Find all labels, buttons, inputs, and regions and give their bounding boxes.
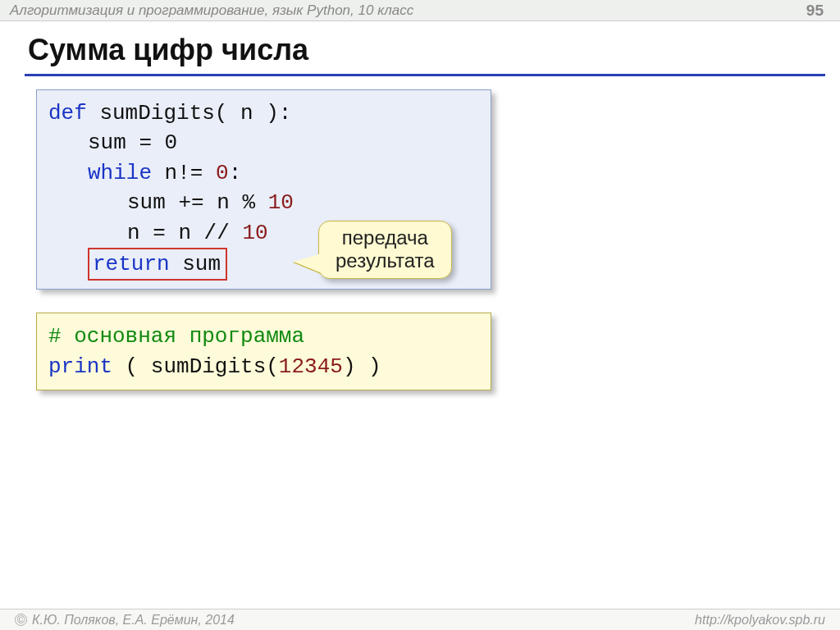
func-call: sumDigits( [151,354,279,379]
stmt-sum-init: sum = 0 [88,130,177,155]
keyword-print: print [48,354,112,379]
slide-title: Сумма цифр числа [28,33,840,67]
inner-close: ) [343,354,356,379]
literal-ten-2: 10 [242,221,267,245]
code-line-3: while n!= 0: [48,158,476,188]
literal-ten-1: 10 [268,190,294,215]
return-highlight-box: return sum [88,248,227,281]
copyright-icon: © [15,614,27,626]
paren-open: ( [112,354,151,379]
footer-url: http://kpolyakov.spb.ru [695,613,825,628]
footer-left: © К.Ю. Поляков, Е.А. Ерёмин, 2014 [15,613,235,628]
colon: : [229,161,242,185]
stmt-n-div: n = n // [127,221,242,245]
stmt-sum-add: sum += n % [127,190,268,215]
outer-close: ) [355,354,381,379]
code-panel-main: # основная программа print ( sumDigits(1… [36,313,491,390]
while-cond: n!= [152,161,216,185]
callout-line-1: передача [336,226,435,249]
callout-bubble: передача результата [318,221,452,279]
footer-bar: © К.Ю. Поляков, Е.А. Ерёмин, 2014 http:/… [0,609,840,630]
return-value: sum [170,252,221,276]
literal-arg: 12345 [279,354,343,379]
literal-zero: 0 [216,161,229,185]
header-bar: Алгоритмизация и программирование, язык … [0,0,840,21]
course-title: Алгоритмизация и программирование, язык … [10,2,413,19]
keyword-while: while [88,161,152,185]
callout-line-2: результата [336,249,435,272]
code-line-2: sum = 0 [48,128,476,158]
content-area: def sumDigits( n ): sum = 0 while n!= 0:… [0,76,840,390]
callout-tail [294,253,322,273]
func-signature: sumDigits( n ): [87,101,292,126]
code-line-4: sum += n % 10 [48,188,476,217]
code-line-1: def sumDigits( n ): [48,98,476,128]
authors: К.Ю. Поляков, Е.А. Ерёмин, 2014 [32,613,235,628]
print-line: print ( sumDigits(12345) ) [48,352,479,381]
keyword-def: def [48,101,87,126]
keyword-return: return [93,252,170,276]
comment-line: # основная программа [48,322,479,351]
page-number: 95 [806,2,830,20]
